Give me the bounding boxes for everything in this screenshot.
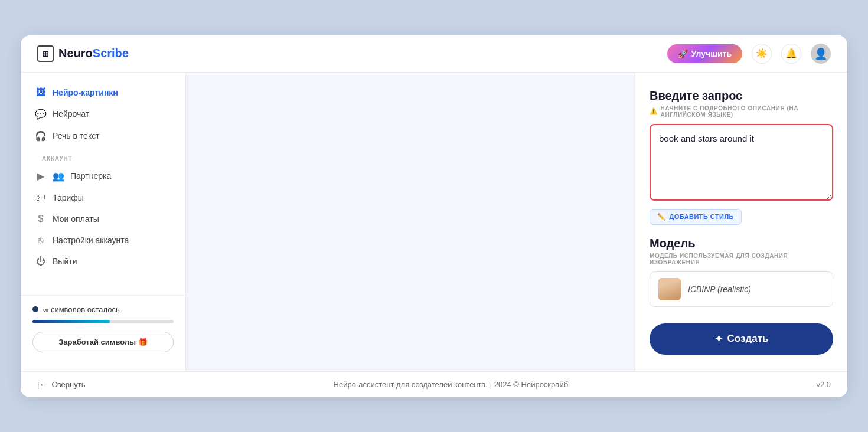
sidebar-bottom: ∞ символов осталось Заработай символы 🎁	[21, 295, 185, 362]
avatar-icon: 👤	[814, 47, 827, 60]
sidebar-item-partner[interactable]: ▶ 👥 Партнерка	[28, 165, 178, 187]
sidebar: 🖼 Нейро-картинки 💬 Нейрочат 🎧 Речь в тек…	[21, 73, 186, 371]
query-input[interactable]: book and stars around it	[650, 124, 833, 201]
create-button[interactable]: ✦ Создать	[650, 323, 833, 355]
notifications-button[interactable]: 🔔	[781, 44, 801, 64]
chevron-right-icon: ▶	[35, 171, 47, 182]
exit-icon: ⎋	[35, 235, 47, 246]
app-window: ⊞ NeuroScribe 🚀 Улучшить ☀️ 🔔 👤	[21, 35, 847, 397]
model-name-label: ICBINP (realistic)	[688, 284, 751, 294]
footer: |← Свернуть Нейро-ассистент для создател…	[21, 371, 847, 397]
edit-icon: ✏️	[657, 213, 665, 221]
image-icon: 🖼	[35, 87, 47, 98]
infinity-icon	[32, 306, 38, 312]
version-label: v2.0	[816, 380, 831, 389]
sun-icon: ☀️	[756, 48, 768, 59]
model-title: Модель	[650, 237, 833, 250]
header: ⊞ NeuroScribe 🚀 Улучшить ☀️ 🔔 👤	[21, 35, 847, 73]
query-section: Введите запрос ⚠️ НАЧНИТЕ С ПОДРОБНОГО О…	[650, 89, 833, 225]
theme-toggle-button[interactable]: ☀️	[752, 44, 772, 64]
model-thumbnail	[658, 278, 681, 300]
symbols-progress-bar	[32, 320, 174, 323]
main-content	[186, 73, 635, 371]
collapse-icon: |←	[37, 380, 47, 389]
upgrade-button[interactable]: 🚀 Улучшить	[667, 44, 742, 63]
collapse-button[interactable]: |← Свернуть	[37, 380, 85, 389]
people-icon: 👥	[53, 171, 64, 182]
footer-text: Нейро-ассистент для создателей контента.…	[334, 380, 569, 389]
sidebar-item-speech-to-text[interactable]: 🎧 Речь в текст	[28, 125, 178, 147]
add-style-button[interactable]: ✏️ добавить стиль	[650, 209, 742, 225]
logo-text: NeuroScribe	[58, 47, 129, 60]
bell-icon: 🔔	[785, 48, 797, 59]
sidebar-item-tariffs[interactable]: 🏷 Тарифы	[28, 187, 178, 208]
sidebar-item-payments[interactable]: $ Мои оплаты	[28, 208, 178, 230]
model-thumb-face	[658, 278, 681, 300]
symbols-progress-fill	[32, 320, 110, 323]
body: 🖼 Нейро-картинки 💬 Нейрочат 🎧 Речь в тек…	[21, 73, 847, 371]
tag-icon: 🏷	[35, 192, 47, 203]
rocket-icon: 🚀	[678, 49, 688, 58]
header-actions: 🚀 Улучшить ☀️ 🔔 👤	[667, 44, 831, 64]
right-panel: Введите запрос ⚠️ НАЧНИТЕ С ПОДРОБНОГО О…	[635, 73, 847, 371]
model-section: Модель МОДЕЛЬ ИСПОЛЬЗУЕМАЯ ДЛЯ СОЗДАНИЯ …	[650, 237, 833, 307]
sidebar-item-settings[interactable]: ⎋ Настройки аккаунта	[28, 230, 178, 251]
account-section-label: АККАУНТ	[28, 147, 178, 165]
model-select-dropdown[interactable]: ICBINP (realistic)	[650, 271, 833, 307]
power-icon: ⏻	[35, 256, 47, 267]
chat-icon: 💬	[35, 109, 47, 120]
earn-symbols-button[interactable]: Заработай символы 🎁	[32, 332, 174, 352]
avatar[interactable]: 👤	[811, 44, 831, 64]
model-subtitle: МОДЕЛЬ ИСПОЛЬЗУЕМАЯ ДЛЯ СОЗДАНИЯ ИЗОБРАЖ…	[650, 253, 833, 266]
symbols-row: ∞ символов осталось	[32, 305, 174, 314]
plus-icon: ✦	[714, 333, 723, 345]
logo: ⊞ NeuroScribe	[37, 45, 129, 62]
warning-icon: ⚠️	[650, 107, 658, 115]
logo-icon: ⊞	[37, 45, 54, 62]
sidebar-nav: 🖼 Нейро-картинки 💬 Нейрочат 🎧 Речь в тек…	[21, 82, 185, 290]
sidebar-item-logout[interactable]: ⏻ Выйти	[28, 251, 178, 272]
headphones-icon: 🎧	[35, 130, 47, 142]
sidebar-item-neuro-chat[interactable]: 💬 Нейрочат	[28, 103, 178, 125]
sidebar-item-neuro-images[interactable]: 🖼 Нейро-картинки	[28, 82, 178, 103]
query-subtitle: ⚠️ НАЧНИТЕ С ПОДРОБНОГО ОПИСАНИЯ (НА АНГ…	[650, 105, 833, 118]
dollar-icon: $	[35, 214, 47, 224]
query-title: Введите запрос	[650, 89, 833, 103]
